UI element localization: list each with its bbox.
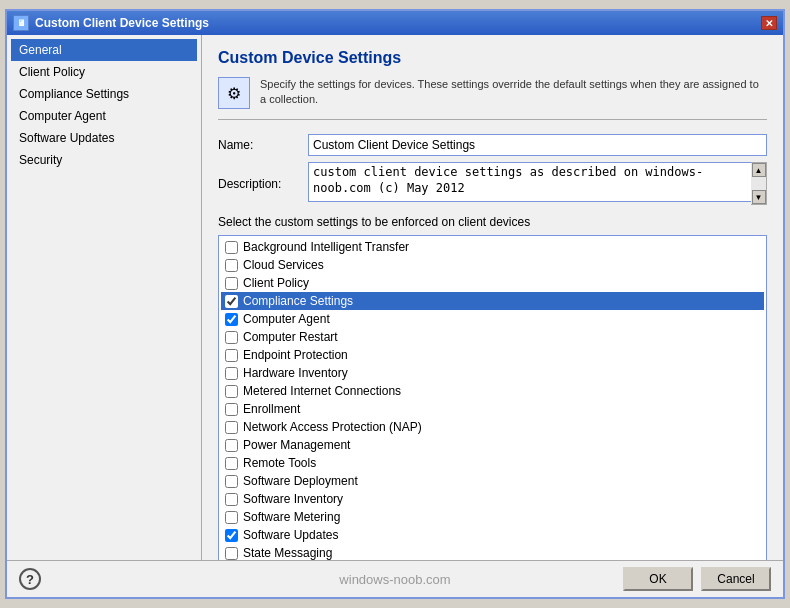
checkbox-label-computer-agent: Computer Agent: [243, 312, 330, 326]
checkbox-label-endpoint: Endpoint Protection: [243, 348, 348, 362]
checkbox-metered[interactable]: [225, 385, 238, 398]
checkbox-label-power: Power Management: [243, 438, 350, 452]
footer: ? windows-noob.com OK Cancel: [7, 560, 783, 597]
checkbox-label-client-policy: Client Policy: [243, 276, 309, 290]
checkbox-item-sw-metering[interactable]: Software Metering: [221, 508, 764, 526]
checkbox-item-sw-inventory[interactable]: Software Inventory: [221, 490, 764, 508]
checkbox-endpoint[interactable]: [225, 349, 238, 362]
checkbox-label-hardware: Hardware Inventory: [243, 366, 348, 380]
checkbox-label-remote: Remote Tools: [243, 456, 316, 470]
checkbox-item-computer-agent[interactable]: Computer Agent: [221, 310, 764, 328]
scroll-up-btn[interactable]: ▲: [752, 163, 766, 177]
checkbox-item-power[interactable]: Power Management: [221, 436, 764, 454]
sidebar-item-general[interactable]: General: [11, 39, 197, 61]
cancel-button[interactable]: Cancel: [701, 567, 771, 591]
title-bar: 🖥 Custom Client Device Settings ✕: [7, 11, 783, 35]
checkbox-label-state-msg: State Messaging: [243, 546, 332, 560]
name-label: Name:: [218, 138, 308, 152]
sidebar-item-computer-agent[interactable]: Computer Agent: [11, 105, 197, 127]
checkbox-label-sw-updates: Software Updates: [243, 528, 338, 542]
checkbox-sw-deployment[interactable]: [225, 475, 238, 488]
checkbox-item-hardware[interactable]: Hardware Inventory: [221, 364, 764, 382]
checkbox-label-nap: Network Access Protection (NAP): [243, 420, 422, 434]
checkbox-list: Background Intelligent TransferCloud Ser…: [218, 235, 767, 560]
checkbox-label-compliance: Compliance Settings: [243, 294, 353, 308]
checkbox-label-bit: Background Intelligent Transfer: [243, 240, 409, 254]
checkbox-label-metered: Metered Internet Connections: [243, 384, 401, 398]
description-textarea-wrapper: ▲ ▼: [308, 162, 767, 205]
checkbox-label-computer-restart: Computer Restart: [243, 330, 338, 344]
checkbox-state-msg[interactable]: [225, 547, 238, 560]
checkbox-item-client-policy[interactable]: Client Policy: [221, 274, 764, 292]
description-text: Specify the settings for devices. These …: [260, 77, 767, 108]
checkbox-label-sw-deployment: Software Deployment: [243, 474, 358, 488]
help-button[interactable]: ?: [19, 568, 41, 590]
title-bar-left: 🖥 Custom Client Device Settings: [13, 15, 209, 31]
checkbox-label-sw-metering: Software Metering: [243, 510, 340, 524]
select-label: Select the custom settings to be enforce…: [218, 215, 767, 229]
sidebar-item-compliance-settings[interactable]: Compliance Settings: [11, 83, 197, 105]
checkbox-item-compliance[interactable]: Compliance Settings: [221, 292, 764, 310]
description-row: Description: ▲ ▼: [218, 162, 767, 205]
checkbox-item-endpoint[interactable]: Endpoint Protection: [221, 346, 764, 364]
checkbox-item-bit[interactable]: Background Intelligent Transfer: [221, 238, 764, 256]
window-title: Custom Client Device Settings: [35, 16, 209, 30]
description-textarea[interactable]: [308, 162, 767, 202]
checkbox-sw-metering[interactable]: [225, 511, 238, 524]
main-content: Custom Device Settings ⚙ Specify the set…: [202, 35, 783, 560]
checkbox-bit[interactable]: [225, 241, 238, 254]
description-label: Description:: [218, 177, 308, 191]
checkbox-item-sw-updates[interactable]: Software Updates: [221, 526, 764, 544]
scroll-down-btn[interactable]: ▼: [752, 190, 766, 204]
close-button[interactable]: ✕: [761, 16, 777, 30]
checkbox-item-sw-deployment[interactable]: Software Deployment: [221, 472, 764, 490]
page-title: Custom Device Settings: [218, 49, 767, 67]
name-row: Name:: [218, 134, 767, 156]
window-icon: 🖥: [13, 15, 29, 31]
checkbox-item-computer-restart[interactable]: Computer Restart: [221, 328, 764, 346]
checkbox-item-remote[interactable]: Remote Tools: [221, 454, 764, 472]
checkbox-nap[interactable]: [225, 421, 238, 434]
checkbox-sw-inventory[interactable]: [225, 493, 238, 506]
checkbox-compliance[interactable]: [225, 295, 238, 308]
checkbox-hardware[interactable]: [225, 367, 238, 380]
checkbox-remote[interactable]: [225, 457, 238, 470]
sidebar-item-software-updates[interactable]: Software Updates: [11, 127, 197, 149]
window-body: GeneralClient PolicyCompliance SettingsC…: [7, 35, 783, 560]
checkbox-item-cloud[interactable]: Cloud Services: [221, 256, 764, 274]
sidebar: GeneralClient PolicyCompliance SettingsC…: [7, 35, 202, 560]
checkbox-cloud[interactable]: [225, 259, 238, 272]
checkbox-item-metered[interactable]: Metered Internet Connections: [221, 382, 764, 400]
watermark: windows-noob.com: [339, 572, 450, 587]
checkbox-item-nap[interactable]: Network Access Protection (NAP): [221, 418, 764, 436]
checkbox-computer-restart[interactable]: [225, 331, 238, 344]
ok-button[interactable]: OK: [623, 567, 693, 591]
checkbox-client-policy[interactable]: [225, 277, 238, 290]
checkbox-label-cloud: Cloud Services: [243, 258, 324, 272]
checkbox-item-enrollment[interactable]: Enrollment: [221, 400, 764, 418]
footer-right: OK Cancel: [623, 567, 771, 591]
checkbox-sw-updates[interactable]: [225, 529, 238, 542]
checkbox-computer-agent[interactable]: [225, 313, 238, 326]
checkbox-power[interactable]: [225, 439, 238, 452]
checkbox-enrollment[interactable]: [225, 403, 238, 416]
settings-icon: ⚙: [218, 77, 250, 109]
checkbox-item-state-msg[interactable]: State Messaging: [221, 544, 764, 560]
main-window: 🖥 Custom Client Device Settings ✕ Genera…: [5, 9, 785, 599]
checkbox-label-sw-inventory: Software Inventory: [243, 492, 343, 506]
description-box: ⚙ Specify the settings for devices. Thes…: [218, 77, 767, 120]
sidebar-item-security[interactable]: Security: [11, 149, 197, 171]
description-scrollbar[interactable]: ▲ ▼: [751, 162, 767, 205]
name-input[interactable]: [308, 134, 767, 156]
footer-left: ?: [19, 568, 41, 590]
sidebar-item-client-policy[interactable]: Client Policy: [11, 61, 197, 83]
checkbox-label-enrollment: Enrollment: [243, 402, 300, 416]
